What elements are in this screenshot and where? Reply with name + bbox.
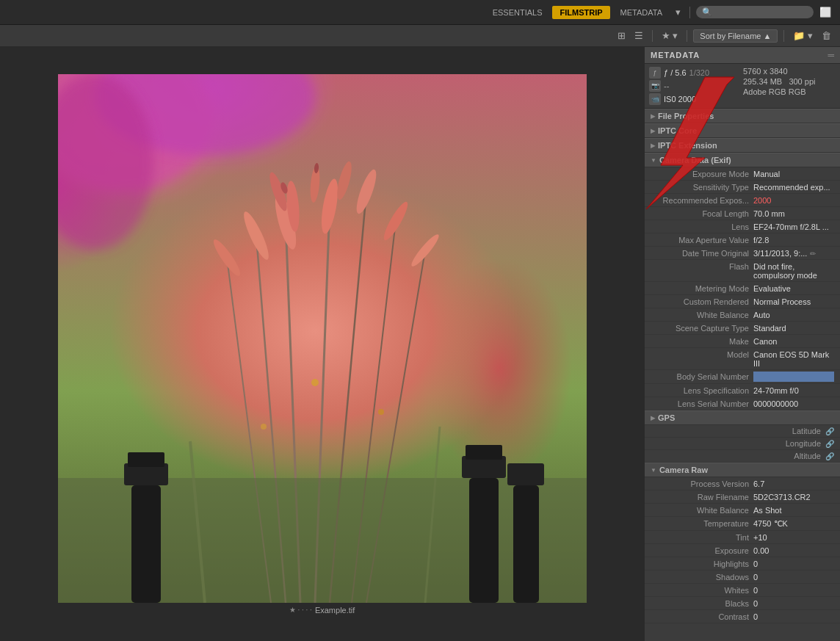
photo-info: ★ · · · · Example.tif xyxy=(289,606,355,615)
svg-point-14 xyxy=(239,209,272,261)
datetime-original-value: 3/11/2013, 9:... ✏ xyxy=(753,248,834,258)
table-row: Date Time Original 3/11/2013, 9:... ✏ xyxy=(645,247,840,260)
dash-value: -- xyxy=(664,82,669,90)
tint-label: Tint xyxy=(651,532,753,542)
table-row: White Balance Auto xyxy=(645,308,840,322)
quick-info-bar: ƒ ƒ / 5.6 1/320 📷 -- 📹 IS0 2000 5760 x 3… xyxy=(645,64,840,109)
svg-point-34 xyxy=(311,379,319,386)
star-rating[interactable]: ★ · · · · xyxy=(289,606,312,614)
photo-background xyxy=(58,74,587,603)
svg-point-20 xyxy=(334,160,354,201)
top-toolbar: ESSENTIALS FILMSTRIP METADATA ▾ 🔍 ⬜ xyxy=(0,0,840,25)
table-row: Exposure 0.00 xyxy=(645,544,840,557)
filename-label: Example.tif xyxy=(315,606,355,615)
exposure-mode-label: Exposure Mode xyxy=(651,169,753,178)
folder-button[interactable]: 📁 ▾ xyxy=(790,29,816,43)
ppi-value: 300 ppi xyxy=(789,77,815,86)
edit-icon[interactable]: ✏ xyxy=(810,250,816,258)
svg-point-17 xyxy=(408,231,441,269)
sort-button[interactable]: Sort by Filename ▲ xyxy=(693,29,778,43)
longitude-link-icon[interactable]: 🔗 xyxy=(825,440,834,448)
iptc-extension-section[interactable]: ▶ IPTC Extension xyxy=(645,138,840,153)
iso-icon: 📹 xyxy=(649,93,661,105)
table-row: Lens EF24-70mm f/2.8L ... xyxy=(645,220,840,233)
filmstrip-button[interactable]: FILMSTRIP xyxy=(552,6,609,19)
photo-svg-overlay xyxy=(58,74,587,603)
svg-point-12 xyxy=(318,178,341,235)
camera-data-section[interactable]: ▼ Camera Data (Exif) xyxy=(645,153,840,167)
maximize-button[interactable]: ⬜ xyxy=(817,5,834,19)
scene-capture-label: Scene Capture Type xyxy=(651,323,753,333)
temperature-value: 4750 ℃K xyxy=(753,518,834,529)
main-content: ★ · · · · Example.tif METADATA ═ ƒ ƒ / 5… xyxy=(0,47,840,641)
iptc-ext-arrow-icon: ▶ xyxy=(651,142,655,149)
lens-serial-label: Lens Serial Number xyxy=(651,399,753,408)
body-serial-value[interactable] xyxy=(753,372,834,382)
grid-view-button[interactable]: ⊞ xyxy=(615,29,629,43)
svg-rect-32 xyxy=(513,485,539,603)
shadows-value: 0 xyxy=(753,572,834,582)
svg-point-35 xyxy=(378,409,384,415)
table-row: Focal Length 70.0 mm xyxy=(645,207,840,220)
camera-raw-section[interactable]: ▼ Camera Raw xyxy=(645,463,840,477)
model-label: Model xyxy=(651,350,753,359)
table-row: Contrast 0 xyxy=(645,610,840,623)
altitude-link-icon[interactable]: 🔗 xyxy=(825,452,834,460)
trash-button[interactable]: 🗑 xyxy=(819,29,834,43)
latitude-row: Latitude 🔗 xyxy=(645,425,840,438)
file-properties-label: File Properties xyxy=(658,112,714,120)
shadows-label: Shadows xyxy=(651,572,753,582)
table-row: Highlights 0 xyxy=(645,557,840,571)
gps-arrow-icon: ▶ xyxy=(651,415,655,421)
camera-raw-label: Camera Raw xyxy=(659,466,708,474)
dropdown-arrow-button[interactable]: ▾ xyxy=(673,5,684,19)
iptc-core-section[interactable]: ▶ IPTC Core xyxy=(645,123,840,138)
sort-label: Sort by Filename xyxy=(700,32,761,40)
table-row: Custom Rendered Normal Process xyxy=(645,295,840,308)
make-label: Make xyxy=(651,336,753,346)
iptc-core-label: IPTC Core xyxy=(658,126,697,135)
svg-point-36 xyxy=(261,424,267,430)
model-value: Canon EOS 5D Mark III xyxy=(753,350,834,368)
blacks-label: Blacks xyxy=(651,598,753,608)
longitude-label: Longitude xyxy=(723,439,825,448)
table-row: Metering Mode Evaluative xyxy=(645,282,840,295)
dimensions-value: 5760 x 3840 xyxy=(743,67,836,76)
latitude-link-icon[interactable]: 🔗 xyxy=(825,427,834,435)
separator-2 xyxy=(652,30,653,42)
second-toolbar: ⊞ ☰ ★ ▾ Sort by Filename ▲ 📁 ▾ 🗑 xyxy=(0,25,840,47)
exposure-value: 0.00 xyxy=(753,546,834,555)
panel-header: METADATA ═ xyxy=(645,47,840,64)
metering-mode-label: Metering Mode xyxy=(651,283,753,293)
table-row: Raw Filename 5D2C3713.CR2 xyxy=(645,490,840,504)
separator-1 xyxy=(689,7,690,18)
gps-label: GPS xyxy=(658,413,675,422)
contrast-label: Contrast xyxy=(651,612,753,621)
search-input[interactable] xyxy=(712,8,808,17)
quick-info-left: ƒ ƒ / 5.6 1/320 📷 -- 📹 IS0 2000 xyxy=(649,67,742,105)
file-properties-section[interactable]: ▶ File Properties xyxy=(645,109,840,123)
essentials-button[interactable]: ESSENTIALS xyxy=(485,6,550,19)
aperture-value: ƒ / 5.6 xyxy=(664,68,687,77)
svg-point-15 xyxy=(210,236,244,278)
latitude-label: Latitude xyxy=(723,427,825,435)
gps-section[interactable]: ▶ GPS xyxy=(645,410,840,425)
table-row: Process Version 6.7 xyxy=(645,477,840,490)
tint-value: +10 xyxy=(753,532,834,542)
search-icon: 🔍 xyxy=(702,7,712,17)
table-row: Temperature 4750 ℃K xyxy=(645,517,840,531)
metadata-button[interactable]: METADATA xyxy=(613,6,670,19)
white-balance-raw-value: As Shot xyxy=(753,505,834,515)
camera-raw-fields: Process Version 6.7 Raw Filename 5D2C371… xyxy=(645,477,840,623)
list-view-button[interactable]: ☰ xyxy=(631,29,646,43)
lens-label: Lens xyxy=(651,222,753,231)
lens-value: EF24-70mm f/2.8L ... xyxy=(753,222,834,231)
svg-rect-26 xyxy=(131,485,161,603)
recommended-expos-value: 2000 xyxy=(753,195,834,205)
star-button[interactable]: ★ ▾ xyxy=(659,29,681,43)
right-panel: METADATA ═ ƒ ƒ / 5.6 1/320 📷 -- 📹 IS0 20… xyxy=(644,47,840,641)
table-row: Tint +10 xyxy=(645,531,840,544)
altitude-label: Altitude xyxy=(723,452,825,460)
custom-rendered-label: Custom Rendered xyxy=(651,297,753,306)
panel-close-button[interactable]: ═ xyxy=(828,50,834,60)
